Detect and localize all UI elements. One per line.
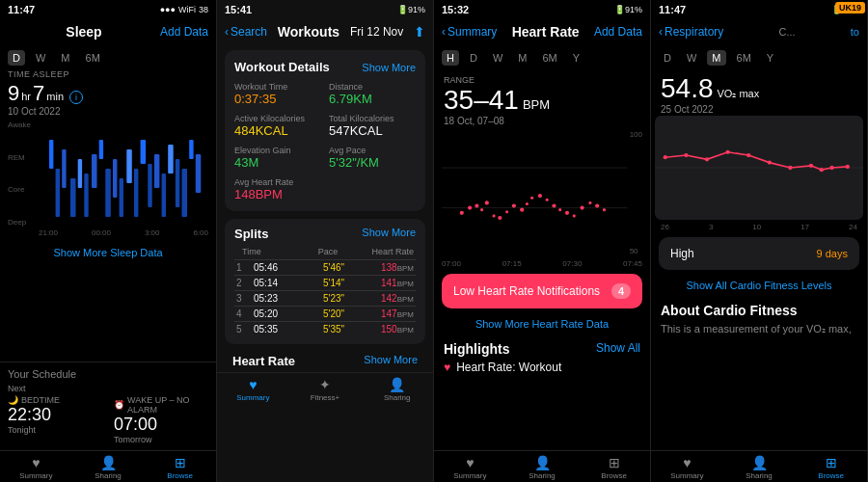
sleep-chart-svg bbox=[39, 120, 208, 227]
schedule-next: Next bbox=[8, 384, 208, 393]
stat-value-elevation: 43M bbox=[234, 155, 321, 170]
tab-h-3[interactable]: H bbox=[442, 50, 459, 66]
summary-icon-2: ♥ bbox=[249, 377, 257, 392]
fitnessplus-label-2: Fitness+ bbox=[311, 393, 339, 402]
svg-point-52 bbox=[746, 153, 750, 157]
highlight-text: Heart Rate: Workout bbox=[456, 361, 561, 374]
stat-avg-pace: Avg Pace 5'32"/KM bbox=[329, 146, 416, 170]
tab-6m-3[interactable]: 6M bbox=[537, 50, 561, 66]
nav-browse-3[interactable]: ⊞ Browse bbox=[578, 455, 650, 480]
schedule-title: Your Schedule bbox=[8, 368, 208, 380]
svg-rect-12 bbox=[134, 169, 138, 217]
sleep-chart bbox=[39, 120, 208, 227]
nav-sharing-4[interactable]: 👤 Sharing bbox=[723, 455, 796, 480]
nav-browse-4[interactable]: ⊞ Browse bbox=[795, 455, 867, 480]
nav-summary-1[interactable]: ♥ Summary bbox=[0, 455, 72, 480]
nav-ellipsis-4: C... bbox=[779, 26, 796, 38]
nav-summary-2[interactable]: ♥ Summary bbox=[217, 377, 289, 402]
nav-sharing-2[interactable]: 👤 Sharing bbox=[361, 377, 433, 402]
svg-rect-19 bbox=[182, 169, 188, 217]
battery-2: 🔋91% bbox=[397, 5, 425, 14]
search-label-2: Search bbox=[231, 25, 267, 39]
show-all-cardio-button[interactable]: Show All Cardio Fitness Levels bbox=[651, 274, 867, 297]
nav-sharing-3[interactable]: 👤 Sharing bbox=[506, 455, 579, 480]
add-data-button-1[interactable]: Add Data bbox=[160, 25, 208, 39]
show-more-sleep-button[interactable]: Show More Sleep Data bbox=[8, 241, 208, 264]
tab-w-1[interactable]: W bbox=[31, 50, 50, 66]
tab-m-3[interactable]: M bbox=[513, 50, 531, 66]
tab-m-4[interactable]: M bbox=[707, 50, 725, 66]
nav-summary-3[interactable]: ♥ Summary bbox=[434, 455, 506, 480]
status-bar-2: 15:41 🔋91% bbox=[217, 0, 433, 19]
browse-icon-1: ⊞ bbox=[175, 455, 186, 470]
split-pace-3: 5'23" bbox=[307, 293, 360, 304]
tab-w-3[interactable]: W bbox=[488, 50, 507, 66]
x-10: 10 bbox=[752, 223, 761, 231]
nav-summary-4[interactable]: ♥ Summary bbox=[651, 455, 723, 480]
bedtime-label: BEDTIME bbox=[21, 395, 60, 405]
split-time-2: 05:14 bbox=[248, 278, 307, 288]
show-more-hr-button[interactable]: Show More Heart Rate Data bbox=[434, 312, 650, 335]
split-num-4: 4 bbox=[236, 308, 248, 319]
nav-back-2[interactable]: ‹ Search bbox=[225, 25, 267, 39]
info-icon[interactable]: i bbox=[69, 91, 83, 104]
cardio-chart-area bbox=[651, 115, 867, 221]
tab-6m-4[interactable]: 6M bbox=[732, 50, 756, 66]
svg-rect-15 bbox=[154, 154, 160, 188]
tab-6m-1[interactable]: 6M bbox=[81, 50, 105, 66]
summary-label-4: Summary bbox=[670, 471, 703, 480]
splits-show-more-button[interactable]: Show More bbox=[362, 227, 416, 241]
deep-label: Deep bbox=[8, 218, 37, 227]
sleep-section: TIME ASLEEP 9 hr 7 min i 10 Oct 2022 Awa… bbox=[0, 69, 216, 362]
rem-label: REM bbox=[8, 153, 37, 162]
tab-w-4[interactable]: W bbox=[682, 50, 701, 66]
sleep-date: 10 Oct 2022 bbox=[8, 106, 208, 117]
sharing-icon-4: 👤 bbox=[751, 455, 768, 470]
tab-y-4[interactable]: Y bbox=[762, 50, 778, 66]
time-tabs-3: H D W M 6M Y bbox=[434, 46, 650, 69]
time-label-0600: 6:00 bbox=[193, 228, 208, 237]
respiratory-label: Respiratory bbox=[665, 25, 723, 39]
nav-browse-1[interactable]: ⊞ Browse bbox=[144, 455, 216, 480]
nav-back-3[interactable]: ‹ Summary bbox=[442, 25, 497, 39]
svg-rect-0 bbox=[49, 140, 53, 169]
nav-sharing-1[interactable]: 👤 Sharing bbox=[72, 455, 145, 480]
svg-point-42 bbox=[581, 206, 584, 210]
tab-y-3[interactable]: Y bbox=[568, 50, 584, 66]
nav-back-4[interactable]: ‹ Respiratory bbox=[659, 25, 723, 39]
cardio-chart-svg bbox=[655, 115, 863, 221]
highlights-header: Highlights Show All bbox=[444, 341, 640, 357]
highlight-item-hr: ♥ Heart Rate: Workout bbox=[444, 361, 640, 374]
summary-label-2: Summary bbox=[236, 393, 269, 402]
nav-forward-4[interactable]: to bbox=[851, 26, 859, 38]
low-hr-notification-button[interactable]: Low Heart Rate Notifications 4 bbox=[442, 274, 642, 308]
hr-show-more-2[interactable]: Show More bbox=[364, 354, 418, 368]
nav-fitnessplus-2[interactable]: ✦ Fitness+ bbox=[289, 377, 362, 402]
svg-rect-6 bbox=[92, 154, 97, 188]
split-time-1: 05:46 bbox=[248, 262, 307, 273]
tab-d-1[interactable]: D bbox=[8, 50, 25, 66]
wakeup-sub: Tomorrow bbox=[114, 435, 208, 444]
stat-value-avg-pace: 5'32"/KM bbox=[329, 155, 416, 170]
svg-point-48 bbox=[664, 155, 667, 159]
stat-value-total-kcal: 547KCAL bbox=[329, 123, 416, 138]
col-hr: Heart Rate bbox=[357, 247, 414, 256]
workout-show-more-button[interactable]: Show More bbox=[362, 62, 416, 73]
upload-icon-2[interactable]: ⬆ bbox=[414, 24, 425, 40]
browse-icon-4: ⊞ bbox=[826, 455, 837, 470]
tab-d-4[interactable]: D bbox=[659, 50, 676, 66]
nav-bar-1: Sleep Add Data bbox=[0, 19, 216, 46]
stat-elevation: Elevation Gain 43M bbox=[234, 146, 321, 170]
tab-d-3[interactable]: D bbox=[465, 50, 482, 66]
wakeup-time: 07:00 bbox=[114, 415, 208, 435]
cardio-high-label: High bbox=[670, 247, 694, 260]
bedtime-label-row: 🌙 BEDTIME bbox=[8, 395, 102, 405]
notification-label: Low Heart Rate Notifications bbox=[453, 284, 600, 298]
core-label: Core bbox=[8, 185, 37, 194]
add-data-button-3[interactable]: Add Data bbox=[594, 25, 642, 39]
hr-time-0730: 07:30 bbox=[562, 259, 582, 268]
cardio-high-button[interactable]: High 9 days bbox=[659, 237, 859, 270]
tab-m-1[interactable]: M bbox=[56, 50, 74, 66]
svg-point-54 bbox=[788, 166, 792, 170]
show-all-highlights-button[interactable]: Show All bbox=[596, 341, 640, 357]
